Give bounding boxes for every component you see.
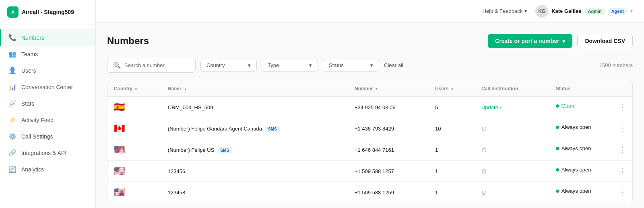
filters-bar: 🔍 Country ▾ Type ▾ Status ▾ Clear all 15… [107,58,633,73]
more-options-button[interactable]: ⋮ [619,103,626,112]
logo-icon: A [7,6,19,18]
chevron-down-icon: ▾ [309,62,312,68]
status-always-open: Always open [556,188,591,194]
numbers-table-container: Country ▾ Name ▲ Number ▾ Users [107,81,633,203]
table-row: 🇪🇸CRM_004_HS_509+34 925 94 03 065Update … [107,97,632,118]
flag-cell: 🇨🇦 [107,118,161,139]
users-cell: 1 [429,182,475,203]
page-actions: Create or port a number ▾ Download CSV [488,34,633,48]
name-cell: (Number) Felipe USSMS [161,139,348,161]
total-numbers: 1500 numbers [599,62,633,68]
col-call-distribution: Call distribution [475,81,549,97]
type-filter-label: Type [268,62,279,68]
users-cell: 1 [429,139,475,161]
app-logo: A Aircall - Staging509 [0,0,95,24]
sidebar-item-numbers[interactable]: 📞 Numbers [0,29,95,46]
users-cell: 5 [429,97,475,118]
sms-badge: SMS [217,147,232,153]
conversation-center-icon: 📊 [8,83,17,91]
table-row: 🇨🇦(Number) Felipe Gandara Agent CanadaSM… [107,118,632,139]
col-number: Number ▾ [348,81,429,97]
top-header: Help & Feedback ▾ KG Kate Galilee Admin … [96,0,644,22]
table-row: 🇺🇸123458+1 509 588 12591⊙Always open⋮ [107,182,632,203]
sidebar-item-label: Activity Feed [21,117,54,123]
search-box[interactable]: 🔍 [107,58,196,73]
sidebar-item-label: Integrations & API [21,150,66,156]
more-options-button[interactable]: ⋮ [619,124,626,133]
sidebar-item-users[interactable]: 👤 Users [0,62,95,79]
teams-icon: 👥 [8,50,17,58]
name-cell: 123458 [161,182,348,203]
more-options-button[interactable]: ⋮ [619,167,626,175]
more-options-button[interactable]: ⋮ [619,145,626,154]
chevron-down-icon: ▾ [248,62,251,68]
help-feedback-button[interactable]: Help & Feedback ▾ [482,8,527,14]
country-filter[interactable]: Country ▾ [200,59,257,72]
number-cell: +1 646 844 7161 [348,139,429,161]
sidebar-item-label: Users [21,67,36,74]
call-distribution-cell: ⊙ [475,139,549,161]
sidebar-item-teams[interactable]: 👥 Teams [0,46,95,62]
status-cell: Always open⋮ [549,161,632,182]
status-dot [556,168,559,171]
status-dot [556,147,559,150]
analytics-icon: 🔄 [8,165,17,173]
check-circle-icon: ⊙ [481,168,487,175]
type-filter[interactable]: Type ▾ [262,59,318,72]
sidebar-item-label: Conversation Center [21,84,73,90]
sidebar-item-integrations[interactable]: 🔗 Integrations & API [0,145,95,161]
search-input[interactable] [124,62,190,68]
sidebar-item-call-settings[interactable]: ⚙️ Call Settings [0,128,95,145]
country-filter-label: Country [206,62,225,68]
flag-cell: 🇺🇸 [107,161,161,182]
search-icon: 🔍 [113,61,121,69]
admin-badge: Admin [585,8,605,14]
sidebar-item-stats[interactable]: 📈 Stats [0,95,95,112]
avatar: KG [535,5,548,18]
number-cell: +1 509 588 1259 [348,182,429,203]
sidebar: A Aircall - Staging509 📞 Numbers 👥 Teams… [0,0,96,208]
col-users: Users ▾ [429,81,475,97]
sidebar-item-analytics[interactable]: 🔄 Analytics [0,161,95,177]
flag-cell: 🇺🇸 [107,139,161,161]
status-cell: Open⋮ [549,97,632,118]
col-status: Status [549,81,632,97]
update-distribution-button[interactable]: Update › [481,104,501,110]
status-cell: Always open⋮ [549,118,632,139]
name-cell: CRM_004_HS_509 [161,97,348,118]
check-circle-icon: ⊙ [481,147,487,153]
page-content: Numbers Create or port a number ▾ Downlo… [96,22,644,208]
table-row: 🇺🇸123456+1 509 588 12571⊙Always open⋮ [107,161,632,182]
users-icon: 👤 [8,67,17,74]
sort-icon: ▲ [184,87,188,91]
status-open: Open [556,103,574,109]
sort-icon: ▾ [451,87,453,91]
sidebar-item-label: Call Settings [21,133,53,140]
call-distribution-cell: ⊙ [475,182,549,203]
integrations-icon: 🔗 [8,149,17,157]
more-options-button[interactable]: ⋮ [619,188,626,197]
numbers-table: Country ▾ Name ▲ Number ▾ Users [107,81,632,203]
sidebar-item-activity-feed[interactable]: ⚡ Activity Feed [0,112,95,128]
number-cell: +1 509 588 1257 [348,161,429,182]
sidebar-item-conversation-center[interactable]: 📊 Conversation Center [0,79,95,95]
status-cell: Always open⋮ [549,139,632,161]
status-dot [556,190,559,193]
status-filter[interactable]: Status ▾ [323,59,379,72]
number-cell: +1 438 793 8429 [348,118,429,139]
create-port-number-button[interactable]: Create or port a number ▾ [488,34,572,48]
table-body: 🇪🇸CRM_004_HS_509+34 925 94 03 065Update … [107,97,632,203]
status-always-open: Always open [556,167,591,173]
col-name: Name ▲ [161,81,348,97]
sidebar-item-label: Teams [21,51,38,57]
download-csv-button[interactable]: Download CSV [577,34,633,48]
status-always-open: Always open [556,124,591,130]
status-cell: Always open⋮ [549,182,632,203]
clear-all-button[interactable]: Clear all [384,62,403,68]
name-cell: 123456 [161,161,348,182]
user-info[interactable]: KG Kate Galilee Admin Agent ▾ [535,5,633,18]
agent-badge: Agent [608,8,627,14]
check-circle-icon: ⊙ [481,189,487,196]
app-title: Aircall - Staging509 [22,9,74,15]
status-dot [556,104,559,108]
